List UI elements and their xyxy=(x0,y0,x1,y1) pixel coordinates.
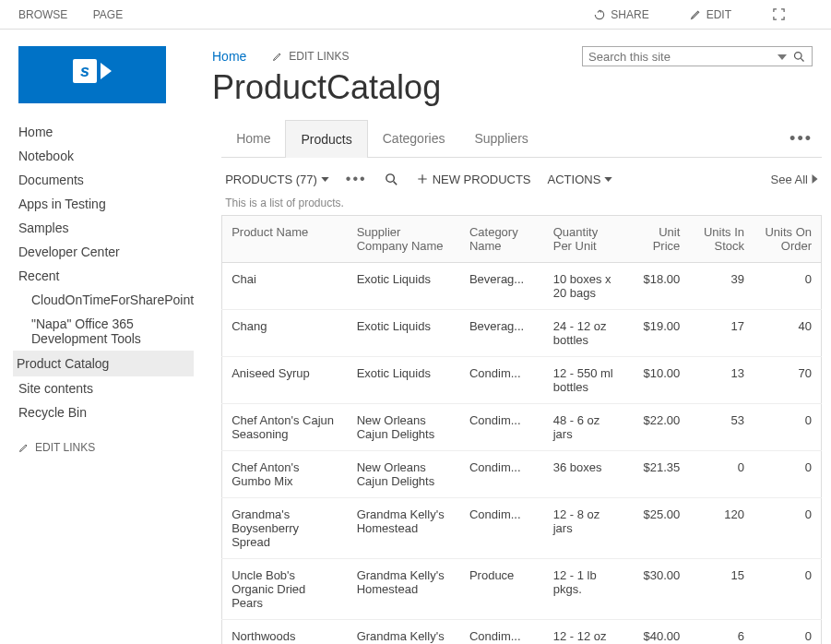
cell: 36 boxes xyxy=(544,451,629,498)
ribbon-browse[interactable]: BROWSE xyxy=(18,8,67,21)
list-toolbar: PRODUCTS (77) ••• NEW PRODUCTS ACTIONS S… xyxy=(221,158,822,193)
cell: 0 xyxy=(754,263,821,310)
actions-dropdown[interactable]: ACTIONS xyxy=(548,173,613,186)
cell: 53 xyxy=(689,404,754,451)
svg-point-0 xyxy=(795,53,802,60)
search-box[interactable] xyxy=(582,46,813,66)
table-row[interactable]: ChaiExotic LiquidsBeverag...10 boxes x 2… xyxy=(222,263,822,310)
tabs-more-button[interactable]: ••• xyxy=(789,129,822,149)
focus-button[interactable] xyxy=(772,7,790,21)
logo-block: s xyxy=(0,30,184,120)
new-products-button[interactable]: NEW PRODUCTS xyxy=(416,173,531,186)
toolbar-search-button[interactable] xyxy=(384,172,399,187)
tab[interactable]: Suppliers xyxy=(459,120,542,157)
cell: Chef Anton's Cajun Seasoning xyxy=(222,404,348,451)
tab[interactable]: Categories xyxy=(368,120,460,157)
header-top-left: Home EDIT LINKS xyxy=(212,49,350,64)
edit-button[interactable]: EDIT xyxy=(690,8,754,21)
ribbon-page[interactable]: PAGE xyxy=(93,8,123,21)
search-button[interactable] xyxy=(792,49,806,64)
cell: Chai xyxy=(222,263,348,310)
sidenav-item[interactable]: Apps in Testing xyxy=(18,192,194,216)
table-row[interactable]: Aniseed SyrupExotic LiquidsCondim...12 -… xyxy=(222,357,822,404)
sidenav-item[interactable]: Documents xyxy=(18,168,194,192)
sidenav-item[interactable]: Site contents xyxy=(18,376,194,400)
logo-letter: s xyxy=(73,59,97,83)
sidenav: HomeNotebookDocumentsApps in TestingSamp… xyxy=(0,120,194,644)
cell: Condim... xyxy=(460,620,544,644)
cell: 48 - 6 oz jars xyxy=(544,404,629,451)
cell: 15 xyxy=(689,559,754,620)
list-title-dropdown[interactable]: PRODUCTS (77) xyxy=(225,173,329,186)
cell: 12 - 8 oz jars xyxy=(544,498,629,559)
cell: 70 xyxy=(754,357,821,404)
toolbar-more-button[interactable]: ••• xyxy=(346,171,367,187)
cell: Beverag... xyxy=(460,263,544,310)
cell: Condim... xyxy=(460,498,544,559)
cell: 12 - 12 oz jars xyxy=(544,620,629,644)
cell: 17 xyxy=(689,310,754,357)
topnav-home[interactable]: Home xyxy=(212,49,246,64)
sidenav-item[interactable]: Developer Center xyxy=(18,240,194,264)
sidenav-item[interactable]: Recycle Bin xyxy=(18,400,194,424)
cell: Condim... xyxy=(460,451,544,498)
cell: $22.00 xyxy=(628,404,689,451)
caret-down-icon xyxy=(778,54,787,60)
column-header[interactable]: Supplier Company Name xyxy=(348,216,460,263)
sidenav-item[interactable]: "Napa" Office 365 Development Tools xyxy=(18,312,194,351)
header: s Home EDIT LINKS xyxy=(0,30,831,120)
products-table: Product NameSupplier Company NameCategor… xyxy=(221,215,822,644)
cell: 0 xyxy=(754,620,821,644)
table-row[interactable]: Northwoods Cranberry SauceGrandma Kelly'… xyxy=(222,620,822,644)
cell: Grandma Kelly's Homestead xyxy=(348,498,460,559)
column-header[interactable]: Product Name xyxy=(222,216,348,263)
toolbar-left: PRODUCTS (77) ••• NEW PRODUCTS ACTIONS xyxy=(225,171,612,187)
tab[interactable]: Products xyxy=(285,120,367,158)
cell: 24 - 12 oz bottles xyxy=(544,310,629,357)
column-header[interactable]: Category Name xyxy=(460,216,544,263)
header-main: Home EDIT LINKS ProductCatalog xyxy=(184,30,831,107)
sidenav-item[interactable]: Product Catalog xyxy=(13,351,194,376)
tabs: HomeProductsCategoriesSuppliers xyxy=(221,120,543,157)
table-row[interactable]: Uncle Bob's Organic Dried PearsGrandma K… xyxy=(222,559,822,620)
sidenav-item[interactable]: CloudOnTimeForSharePoint xyxy=(18,288,194,312)
site-logo[interactable]: s xyxy=(18,46,166,103)
cell: 10 boxes x 20 bags xyxy=(544,263,629,310)
share-button[interactable]: SHARE xyxy=(593,8,671,21)
sidenav-item[interactable]: Samples xyxy=(18,216,194,240)
sidenav-item[interactable]: Home xyxy=(18,120,194,144)
cell: Condim... xyxy=(460,404,544,451)
list-description: This is a list of products. xyxy=(221,193,822,215)
cell: $30.00 xyxy=(628,559,689,620)
page-title: ProductCatalog xyxy=(212,68,813,107)
see-all-link[interactable]: See All xyxy=(771,173,818,186)
cell: 12 - 550 ml bottles xyxy=(544,357,629,404)
topnav-edit-links[interactable]: EDIT LINKS xyxy=(272,50,349,63)
plus-icon xyxy=(416,173,429,185)
pencil-icon xyxy=(18,442,30,453)
cell: $19.00 xyxy=(628,310,689,357)
table-row[interactable]: Chef Anton's Cajun SeasoningNew Orleans … xyxy=(222,404,822,451)
body: HomeNotebookDocumentsApps in TestingSamp… xyxy=(0,120,831,644)
column-header[interactable]: Quantity Per Unit xyxy=(544,216,629,263)
sidenav-item[interactable]: Notebook xyxy=(18,144,194,168)
table-row[interactable]: Chef Anton's Gumbo MixNew Orleans Cajun … xyxy=(222,451,822,498)
table-body: ChaiExotic LiquidsBeverag...10 boxes x 2… xyxy=(222,263,822,644)
sidenav-item[interactable]: Recent xyxy=(18,264,194,288)
cell: 0 xyxy=(754,404,821,451)
tab[interactable]: Home xyxy=(221,120,285,157)
column-header[interactable]: Unit Price xyxy=(628,216,689,263)
search-scope-dropdown[interactable] xyxy=(778,50,787,64)
cell: Exotic Liquids xyxy=(348,310,460,357)
cell: $18.00 xyxy=(628,263,689,310)
cell: 6 xyxy=(689,620,754,644)
ribbon-left: BROWSE PAGE xyxy=(18,8,145,21)
column-header[interactable]: Units In Stock xyxy=(689,216,754,263)
search-input[interactable] xyxy=(588,50,772,64)
column-header[interactable]: Units On Order xyxy=(754,216,821,263)
caret-down-icon xyxy=(604,177,612,182)
cell: 0 xyxy=(754,559,821,620)
sidenav-edit-links[interactable]: EDIT LINKS xyxy=(18,441,194,454)
table-row[interactable]: Grandma's Boysenberry SpreadGrandma Kell… xyxy=(222,498,822,559)
table-row[interactable]: ChangExotic LiquidsBeverag...24 - 12 oz … xyxy=(222,310,822,357)
